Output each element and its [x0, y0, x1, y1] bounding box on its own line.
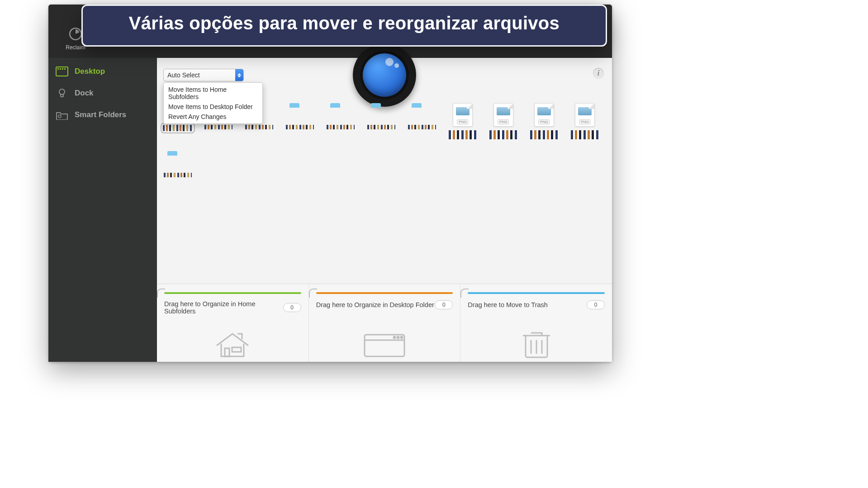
svg-point-6: [59, 89, 65, 95]
folder-item[interactable]: [284, 103, 316, 139]
folder-icon: [329, 103, 352, 121]
svg-rect-4: [62, 68, 63, 70]
sidebar-item-smart-folders[interactable]: Smart Folders: [48, 104, 157, 126]
folder-item[interactable]: [365, 103, 398, 139]
png-file-item[interactable]: PNG: [528, 103, 560, 139]
svg-point-14: [397, 336, 399, 338]
desktop-icon: [363, 332, 406, 359]
chevron-updown-icon: [235, 69, 243, 81]
sidebar-item-label: Smart Folders: [75, 110, 126, 119]
dropdown-option[interactable]: Revert Any Changes: [164, 112, 262, 122]
svg-rect-7: [61, 95, 63, 97]
dropzone-count: 0: [587, 300, 605, 309]
png-file-item[interactable]: PNG: [487, 103, 520, 139]
annotation-text: Várias opções para mover e reorganizar a…: [129, 13, 560, 33]
sidebar-item-dock[interactable]: Dock: [48, 82, 157, 104]
dropzone-label: Drag here to Move to Trash: [468, 301, 548, 308]
annotation-callout: Várias opções para mover e reorganizar a…: [81, 5, 607, 47]
folder-icon: [370, 103, 393, 121]
dropzone-label: Drag here to Organize in Desktop Folder: [316, 301, 434, 308]
file-label: [489, 130, 517, 139]
dial-widget[interactable]: [353, 43, 416, 107]
dropzone-edge: [309, 289, 317, 298]
dropzone-label: Drag here to Organize in Home Subfolders: [164, 300, 283, 315]
file-label: [164, 173, 192, 177]
app-window: Reclaim Desktop: [48, 5, 612, 362]
file-label: [449, 130, 477, 139]
svg-point-8: [58, 115, 61, 118]
png-file-icon: PNG: [453, 103, 473, 127]
file-label: [367, 125, 395, 129]
file-label: [204, 125, 232, 129]
dropzone-bar: [316, 292, 453, 294]
sidebar-item-desktop[interactable]: Desktop: [48, 61, 157, 82]
file-label: [245, 125, 273, 129]
file-label: [163, 125, 193, 131]
trash-icon: [518, 330, 555, 359]
file-label: [408, 125, 436, 129]
svg-rect-9: [232, 347, 241, 352]
dropzone-edge: [460, 289, 469, 298]
dial-face: [363, 53, 406, 97]
dropzone-count: 0: [435, 300, 453, 309]
sidebar: Desktop Dock: [48, 58, 157, 362]
file-label: [327, 125, 355, 129]
action-select-value: Auto Select: [167, 71, 200, 79]
file-label: [571, 130, 599, 139]
folder-icon: [166, 151, 190, 169]
sidebar-item-label: Desktop: [75, 67, 105, 76]
dropzone-edge: [157, 289, 165, 298]
dropzone-bar: [468, 292, 605, 294]
svg-point-15: [401, 336, 403, 338]
sidebar-item-label: Dock: [75, 89, 94, 98]
desktop-grid-icon: [56, 66, 68, 77]
svg-rect-3: [60, 68, 61, 70]
action-select[interactable]: Auto Select: [163, 69, 244, 81]
svg-rect-10: [225, 348, 229, 356]
folder-icon: [410, 103, 434, 121]
house-icon: [212, 330, 253, 359]
file-label: [530, 130, 558, 139]
png-file-icon: PNG: [493, 103, 513, 127]
dropdown-option[interactable]: Move Items to Desktop Folder: [164, 102, 262, 112]
content-area: i Auto Select Move Items to Home Subfold…: [157, 58, 612, 362]
dropzones-row: Drag here to Organize in Home Subfolders…: [157, 284, 612, 362]
png-file-icon: PNG: [575, 103, 595, 127]
gear-folder-icon: [56, 109, 68, 120]
dropzone-desktop[interactable]: Drag here to Organize in Desktop Folder0: [309, 284, 461, 362]
dropzone-trash[interactable]: Drag here to Move to Trash0: [460, 284, 612, 362]
png-file-icon: PNG: [534, 103, 554, 127]
lightbulb-icon: [56, 88, 68, 99]
clock-icon: [68, 26, 83, 42]
dropdown-option[interactable]: Move Items to Home Subfolders: [164, 85, 262, 102]
svg-rect-2: [57, 68, 59, 70]
info-button[interactable]: i: [593, 68, 604, 79]
folder-item[interactable]: [161, 151, 194, 177]
folder-item[interactable]: [324, 103, 357, 139]
png-file-item[interactable]: PNG: [446, 103, 479, 139]
dropzone-home[interactable]: Drag here to Organize in Home Subfolders…: [157, 284, 309, 362]
folder-icon: [288, 103, 312, 121]
action-select-dropdown: Move Items to Home Subfolders Move Items…: [163, 82, 263, 124]
svg-rect-5: [64, 68, 66, 70]
svg-point-13: [394, 336, 395, 338]
dropzone-count: 0: [283, 303, 301, 312]
folder-item[interactable]: [406, 103, 438, 139]
file-label: [286, 125, 314, 129]
dropzone-bar: [164, 292, 301, 294]
png-file-item[interactable]: PNG: [569, 103, 601, 139]
